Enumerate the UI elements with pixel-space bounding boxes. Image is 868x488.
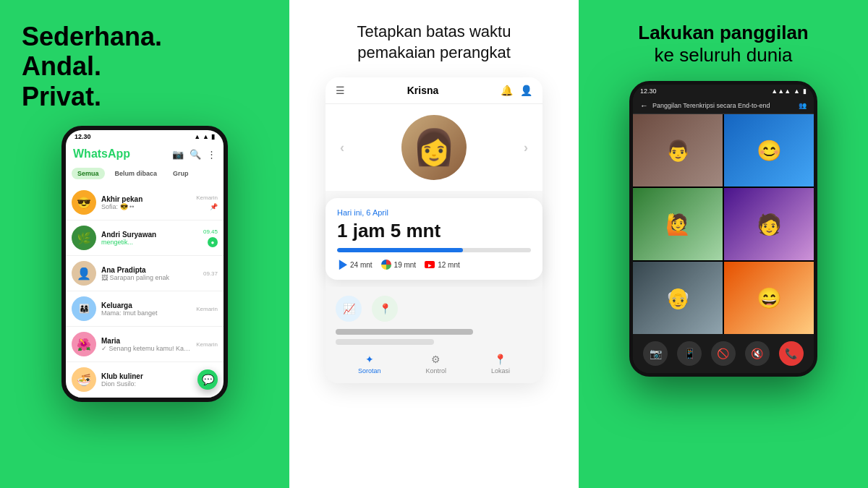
nav-sorotan[interactable]: ✦ Sorotan bbox=[358, 354, 381, 374]
battery-icon: ▮ bbox=[803, 87, 807, 95]
chat-name: Andri Suryawan bbox=[101, 231, 198, 239]
chat-name: Klub kuliner bbox=[101, 372, 192, 380]
chat-preview: Sofia: 😎 •• bbox=[101, 203, 191, 210]
call-status-icons: ▲▲▲ ▲ ▮ bbox=[771, 87, 807, 95]
app-name: WhatsApp bbox=[73, 147, 130, 160]
bell-icon[interactable]: 🔔 bbox=[501, 85, 513, 96]
lokasi-label: Lokasi bbox=[491, 367, 510, 374]
person-4: 🧑 bbox=[724, 188, 814, 260]
bottom-nav: ✦ Sorotan ⚙ Kontrol 📍 Lokasi bbox=[336, 354, 532, 374]
play-store-icon bbox=[337, 260, 347, 270]
chat-time: 09.37 bbox=[203, 270, 218, 277]
participants-icon: 👥 bbox=[799, 102, 807, 109]
avatar: 🌿 bbox=[72, 226, 96, 250]
chat-list: 😎 Akhir pekan Sofia: 😎 •• Kemarin 📌 🌿 An… bbox=[66, 185, 224, 398]
screen-time-phone: ☰ Krisna 🔔 👤 ‹ 👩 › Hari ini, 6 April 1 j… bbox=[326, 77, 542, 383]
chat-time: 09.45 bbox=[203, 228, 218, 235]
screen-time-bar bbox=[337, 248, 531, 252]
prev-arrow[interactable]: ‹ bbox=[340, 140, 344, 155]
chat-item[interactable]: 👤 Ana Pradipta 🖼 Sarapan paling enak 09.… bbox=[66, 256, 224, 291]
profile-icon[interactable]: 👤 bbox=[520, 85, 532, 96]
app-usage-play: 24 mnt bbox=[337, 260, 373, 270]
call-header: ← Panggilan Terenkripsi secara End-to-en… bbox=[633, 98, 814, 114]
tab-unread[interactable]: Belum dibaca bbox=[109, 168, 163, 179]
whatsapp-header: WhatsApp 📷 🔍 ⋮ bbox=[66, 143, 224, 165]
next-arrow[interactable]: › bbox=[524, 140, 528, 155]
mute-button[interactable]: 🔇 bbox=[745, 341, 770, 366]
person-3: 🙋 bbox=[633, 188, 723, 260]
status-icons: ▲ ▲ ▮ bbox=[194, 133, 215, 140]
header-action-icons: 📷 🔍 ⋮ bbox=[172, 149, 216, 160]
youtube-icon bbox=[425, 261, 435, 268]
chat-preview: ✓ Senang ketemu kamu! Kabari... bbox=[101, 345, 191, 352]
screen-time-total: 1 jam 5 mnt bbox=[337, 220, 531, 242]
wifi-icon: ▲ bbox=[793, 87, 800, 95]
tab-group[interactable]: Grup bbox=[167, 168, 195, 179]
center-title: Tetapkan batas waktupemakaian perangkat bbox=[357, 22, 511, 63]
battery-icon: ▮ bbox=[211, 133, 215, 140]
chat-name: Akhir pekan bbox=[101, 195, 191, 203]
nav-lokasi[interactable]: 📍 Lokasi bbox=[491, 354, 510, 374]
chat-name: Keluarga bbox=[101, 301, 191, 309]
chat-item[interactable]: 🌺 Maria ✓ Senang ketemu kamu! Kabari... … bbox=[66, 327, 224, 362]
location-pin-icon[interactable]: 📍 bbox=[372, 296, 398, 322]
video-off-button[interactable]: 🚫 bbox=[711, 341, 736, 366]
avatar: 🍜 bbox=[72, 367, 96, 392]
switch-camera-button[interactable]: 📱 bbox=[677, 341, 702, 366]
bar-line-1 bbox=[336, 329, 473, 335]
chat-meta: 09.37 bbox=[203, 270, 218, 277]
chat-meta: 💬 bbox=[197, 369, 218, 390]
chat-content: Akhir pekan Sofia: 😎 •• bbox=[101, 195, 191, 210]
chrome-icon bbox=[381, 260, 391, 270]
screen-time-fill bbox=[337, 248, 463, 252]
bottom-section: 📈 📍 ✦ Sorotan ⚙ Kontrol 📍 Lokasi bbox=[326, 287, 542, 383]
tabs-row: Semua Belum dibaca Grup bbox=[66, 165, 224, 185]
chat-item[interactable]: 😎 Akhir pekan Sofia: 😎 •• Kemarin 📌 bbox=[66, 185, 224, 221]
header-icons: 🔔 👤 bbox=[501, 85, 532, 96]
avatar: 👤 bbox=[72, 261, 96, 286]
play-time: 24 mnt bbox=[350, 261, 373, 269]
call-status-bar: 12.30 ▲▲▲ ▲ ▮ bbox=[633, 85, 814, 98]
wifi-icon: ▲ bbox=[194, 133, 200, 140]
call-status-time: 12.30 bbox=[640, 87, 657, 95]
signal-icon: ▲ bbox=[203, 133, 209, 140]
camera-icon[interactable]: 📷 bbox=[172, 149, 184, 160]
chat-meta: 09.45 ● bbox=[203, 228, 218, 247]
screen-time-card: Hari ini, 6 April 1 jam 5 mnt 24 mnt 19 … bbox=[326, 198, 542, 280]
avatar: 😎 bbox=[72, 190, 96, 215]
video-cell-1: 👨 bbox=[633, 114, 723, 187]
chat-item[interactable]: 🌿 Andri Suryawan mengetik... 09.45 ● bbox=[66, 221, 224, 256]
chat-preview: mengetik... bbox=[101, 239, 198, 246]
chat-content: Maria ✓ Senang ketemu kamu! Kabari... bbox=[101, 337, 191, 352]
screen-time-date: Hari ini, 6 April bbox=[337, 208, 531, 217]
profile-name: Krisna bbox=[407, 85, 439, 96]
video-cell-6: 😄 bbox=[724, 262, 814, 334]
status-bar: 12.30 ▲ ▲ ▮ bbox=[66, 130, 224, 143]
profile-emoji: 👩 bbox=[412, 127, 456, 168]
menu-icon[interactable]: ☰ bbox=[336, 85, 345, 96]
chat-preview: Dion Susilo: bbox=[101, 380, 192, 388]
video-grid: 👨 😊 🙋 🧑 👴 😄 bbox=[633, 114, 814, 334]
end-call-button[interactable]: 📞 bbox=[779, 341, 804, 366]
tab-all[interactable]: Semua bbox=[72, 168, 105, 179]
camera-button[interactable]: 📷 bbox=[643, 341, 668, 366]
trend-icon[interactable]: 📈 bbox=[336, 296, 362, 322]
phone-mockup-left: 12.30 ▲ ▲ ▮ WhatsApp 📷 🔍 ⋮ Semua Belum d… bbox=[61, 126, 228, 402]
chat-item[interactable]: 👨‍👩‍👧 Keluarga Mama: Imut banget Kemarin bbox=[66, 291, 224, 327]
nav-kontrol[interactable]: ⚙ Kontrol bbox=[425, 354, 446, 374]
back-arrow-icon[interactable]: ← bbox=[640, 101, 648, 110]
more-icon[interactable]: ⋮ bbox=[207, 149, 216, 160]
pin-icon: 📌 bbox=[210, 203, 218, 210]
new-chat-fab[interactable]: 💬 bbox=[197, 369, 218, 390]
chat-name: Maria bbox=[101, 337, 191, 345]
quick-icons: 📈 📍 bbox=[336, 296, 532, 322]
chat-content: Andri Suryawan mengetik... bbox=[101, 231, 198, 246]
person-5: 👴 bbox=[633, 262, 723, 334]
chat-item[interactable]: 🍜 Klub kuliner Dion Susilo: 💬 bbox=[66, 362, 224, 398]
search-icon[interactable]: 🔍 bbox=[190, 149, 201, 160]
sorotan-icon: ✦ bbox=[365, 354, 374, 365]
app-usage-youtube: 12 mnt bbox=[425, 260, 460, 270]
chat-meta: Kemarin 📌 bbox=[196, 194, 218, 210]
video-cell-3: 🙋 bbox=[633, 188, 723, 260]
youtube-time: 12 mnt bbox=[438, 261, 460, 269]
